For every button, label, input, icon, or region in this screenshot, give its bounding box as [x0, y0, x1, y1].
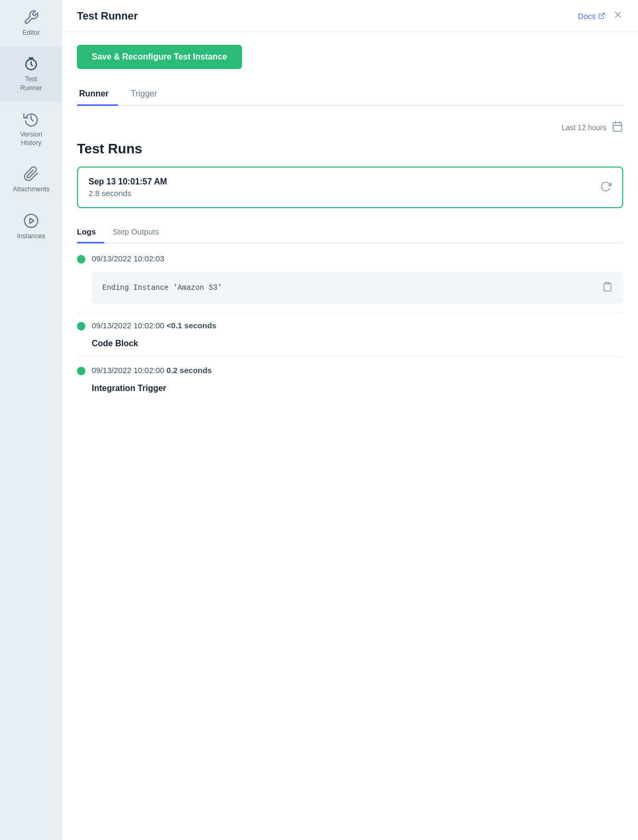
paperclip-icon	[23, 166, 39, 182]
main-tabs: Runner Trigger	[77, 84, 623, 106]
sidebar-item-version-history-label: VersionHistory	[20, 130, 42, 148]
log-step-label-2: Integration Trigger	[92, 384, 623, 393]
sidebar-item-instances-label: Instances	[17, 232, 45, 240]
log-timestamp-2: 09/13/2022 10:02:00 0.2 seconds	[92, 366, 212, 375]
sidebar-item-test-runner[interactable]: TestRunner	[0, 46, 62, 102]
docs-link[interactable]: Docs	[578, 12, 605, 21]
log-code-block-0: Ending Instance 'Amazon S3'	[92, 272, 623, 304]
log-step-label-1: Code Block	[92, 339, 623, 348]
log-dot-0	[77, 255, 85, 263]
page-title: Test Runner	[77, 10, 138, 22]
time-filter-label: Last 12 hours	[562, 123, 606, 132]
save-reconfigure-button[interactable]: Save & Reconfigure Test Instance	[77, 45, 242, 69]
tab-runner[interactable]: Runner	[77, 84, 118, 105]
logs-tabs: Logs Step Outputs	[77, 223, 623, 243]
sidebar: Editor TestRunner VersionHistory Attachm…	[0, 0, 62, 840]
tab-trigger[interactable]: Trigger	[129, 84, 167, 105]
log-timestamp-0: 09/13/2022 10:02:03	[92, 254, 165, 263]
sidebar-item-attachments-label: Attachments	[13, 185, 49, 193]
header-actions: Docs	[578, 9, 623, 22]
main-panel: Test Runner Docs Save & Reconfigure Test…	[62, 0, 638, 840]
time-filter-row: Last 12 hours	[77, 121, 623, 134]
log-entry-0: 09/13/2022 10:02:03	[77, 254, 623, 263]
tab-logs[interactable]: Logs	[77, 223, 104, 242]
log-timestamp-1: 09/13/2022 10:02:00 <0.1 seconds	[92, 321, 216, 330]
tab-step-outputs[interactable]: Step Outputs	[113, 223, 168, 242]
log-dot-2	[77, 367, 85, 375]
log-entry-1: 09/13/2022 10:02:00 <0.1 seconds	[77, 321, 623, 330]
clipboard-icon-0[interactable]	[602, 281, 613, 294]
content-area: Save & Reconfigure Test Instance Runner …	[62, 32, 638, 840]
run-duration: 2.8 seconds	[89, 189, 167, 198]
play-circle-icon	[23, 213, 39, 229]
docs-label: Docs	[578, 12, 596, 21]
svg-rect-6	[613, 123, 622, 132]
history-icon	[23, 111, 39, 127]
close-icon	[613, 9, 623, 20]
run-card-info: Sep 13 10:01:57 AM 2.8 seconds	[89, 177, 167, 198]
test-runs-heading: Test Runs	[77, 141, 623, 157]
sidebar-item-instances[interactable]: Instances	[0, 203, 62, 250]
svg-line-3	[601, 13, 604, 16]
sidebar-item-editor[interactable]: Editor	[0, 0, 62, 46]
log-code-text-0: Ending Instance 'Amazon S3'	[102, 284, 222, 292]
svg-point-1	[25, 214, 38, 227]
run-timestamp: Sep 13 10:01:57 AM	[89, 177, 167, 187]
sidebar-item-version-history[interactable]: VersionHistory	[0, 102, 62, 157]
wrench-icon	[23, 9, 39, 25]
log-divider-1	[77, 312, 623, 312]
refresh-icon[interactable]	[600, 181, 612, 194]
external-link-icon	[598, 12, 605, 19]
calendar-icon[interactable]	[612, 121, 623, 134]
log-divider-2	[77, 357, 623, 357]
sidebar-item-attachments[interactable]: Attachments	[0, 157, 62, 203]
svg-marker-2	[30, 218, 34, 223]
sidebar-item-editor-label: Editor	[23, 28, 40, 37]
stopwatch-icon	[23, 56, 39, 72]
sidebar-item-test-runner-label: TestRunner	[21, 75, 42, 92]
close-button[interactable]	[613, 9, 623, 22]
svg-rect-10	[606, 282, 610, 284]
log-entry-2: 09/13/2022 10:02:00 0.2 seconds	[77, 366, 623, 375]
header: Test Runner Docs	[62, 0, 638, 32]
run-card[interactable]: Sep 13 10:01:57 AM 2.8 seconds	[77, 167, 623, 208]
log-dot-1	[77, 322, 85, 330]
